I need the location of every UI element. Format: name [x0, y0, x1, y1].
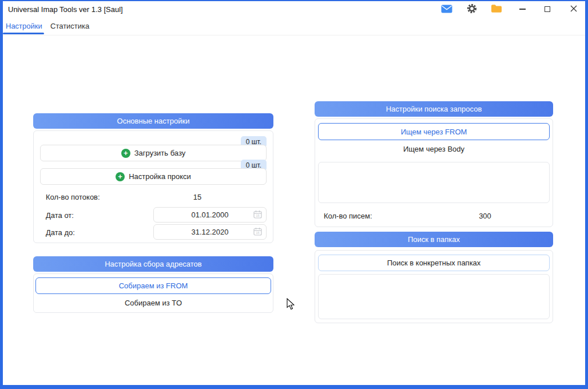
app-window: Universal Imap Tools ver 1.3 [Saul]	[0, 0, 588, 389]
tab-statistics[interactable]: Статистика	[50, 22, 89, 30]
proxy-settings-button[interactable]: + Настройка прокси	[40, 168, 267, 185]
letters-count-label: Кол-во писем:	[324, 212, 372, 220]
collect-settings-header: Настройка сбора адресатов	[33, 256, 273, 272]
maximize-icon	[545, 6, 550, 12]
search-from-toggle[interactable]: Ищем через FROM	[318, 123, 550, 140]
search-settings-header: Настройки поиска запросов	[315, 101, 553, 117]
search-query-textarea[interactable]	[318, 162, 550, 203]
plus-icon: +	[121, 149, 130, 158]
date-to-value: 31.12.2020	[191, 228, 228, 236]
calendar-icon[interactable]: 15	[253, 227, 262, 237]
threads-count-label: Кол-во потоков:	[46, 193, 100, 201]
folders-list-textarea[interactable]	[318, 274, 550, 319]
svg-text:15: 15	[256, 214, 259, 217]
threads-count-input[interactable]: 15	[188, 193, 207, 201]
date-to-label: Дата до:	[46, 228, 75, 237]
minimize-button[interactable]	[514, 2, 531, 16]
collect-to-toggle[interactable]: Собираем из TO	[37, 295, 270, 311]
mail-toolbar-button[interactable]	[439, 3, 454, 16]
close-button[interactable]	[565, 2, 582, 16]
active-tab-underline	[3, 33, 44, 34]
mail-icon	[441, 5, 452, 15]
close-icon	[570, 4, 577, 14]
proxy-settings-button-label: Настройка прокси	[129, 172, 191, 181]
collect-from-toggle[interactable]: Собираем из FROM	[35, 277, 271, 294]
window-title: Universal Imap Tools ver 1.3 [Saul]	[8, 5, 123, 14]
load-base-button-label: Загрузить базу	[134, 149, 186, 157]
maximize-button[interactable]	[539, 2, 556, 16]
tabbar-separator	[3, 35, 585, 35]
main-settings-header: Основные настройки	[33, 113, 273, 129]
search-body-toggle[interactable]: Ищем через Body	[319, 141, 549, 156]
load-base-button[interactable]: + Загрузить базу	[40, 145, 267, 161]
svg-text:15: 15	[256, 231, 259, 235]
calendar-icon[interactable]: 15	[253, 210, 262, 220]
date-to-input[interactable]: 31.12.2020 15	[153, 224, 267, 240]
minimize-icon	[519, 9, 526, 9]
date-from-label: Дата от:	[46, 211, 74, 220]
date-from-value: 01.01.2000	[191, 211, 228, 219]
folder-icon	[491, 4, 502, 15]
plus-icon: +	[116, 172, 125, 181]
folder-search-header: Поиск в папках	[315, 232, 553, 247]
letters-count-input[interactable]: 300	[472, 212, 498, 220]
gear-icon	[466, 3, 478, 17]
tab-settings[interactable]: Настройки	[6, 22, 42, 30]
specific-folders-button[interactable]: Поиск в конкретных папках	[318, 255, 550, 271]
folder-toolbar-button[interactable]	[489, 3, 504, 16]
date-from-input[interactable]: 01.01.2000 15	[153, 207, 267, 223]
settings-toolbar-button[interactable]	[464, 3, 479, 16]
